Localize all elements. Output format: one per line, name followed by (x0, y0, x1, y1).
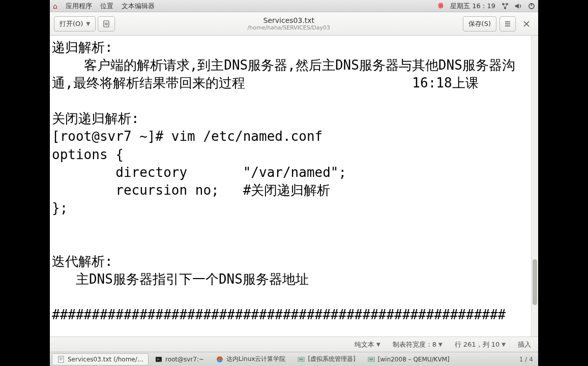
open-button[interactable]: 打开(O) ▼ (54, 16, 96, 32)
svg-rect-22 (369, 358, 373, 360)
open-button-label: 打开(O) (60, 19, 83, 28)
activities-icon[interactable]: ⌂ (53, 2, 57, 10)
chevron-down-icon: ▼ (438, 342, 443, 347)
tab-width-selector[interactable]: 制表符宽度：8 ▼ (393, 340, 443, 349)
terminal-icon: >_ (155, 356, 162, 363)
vm-icon (368, 356, 375, 363)
close-icon (523, 21, 530, 27)
desktop-taskbar: Services03.txt (/home/… >_ root@svr7:~ 达… (50, 352, 538, 366)
taskbar-item-vm-win2008[interactable]: [win2008 – QEMU/KVM] (362, 353, 455, 365)
syntax-mode-label: 纯文本 (355, 340, 374, 349)
firefox-icon (216, 356, 223, 363)
status-bar: 纯文本 ▼ 制表符宽度：8 ▼ 行 261，列 10 ▼ 插入 (50, 337, 538, 352)
workspace-switcher[interactable]: 1 / 4 (516, 356, 536, 363)
desktop-screen: ⌂ 应用程序 位置 文本编辑器 ֎ 星期五 16 : 19 打开(O) ▼ (50, 0, 538, 366)
document-icon (102, 20, 110, 28)
taskbar-item-label: root@svr7:~ (165, 356, 204, 363)
chevron-down-icon: ▼ (502, 342, 506, 347)
update-icon[interactable]: ֎ (437, 2, 444, 10)
new-document-button[interactable] (98, 16, 115, 32)
close-button[interactable] (519, 16, 534, 32)
power-icon[interactable] (528, 3, 535, 10)
window-title: Services03.txt (118, 16, 460, 24)
hamburger-icon (504, 20, 511, 27)
svg-point-6 (105, 23, 107, 25)
taskbar-item-browser[interactable]: 达内Linux云计算学院 (211, 353, 291, 365)
active-app-name[interactable]: 文本编辑器 (122, 2, 155, 11)
workspace-total: 4 (529, 356, 533, 363)
letterbox-left (0, 0, 50, 366)
taskbar-item-terminal[interactable]: >_ root@svr7:~ (150, 353, 210, 365)
editor-area: 递归解析: 客户端的解析请求,到主DNS服务器,然后主DNS服务器与其他DNS服… (50, 36, 538, 337)
taskbar-item-label: Services03.txt (/home/… (68, 356, 143, 363)
syntax-mode-selector[interactable]: 纯文本 ▼ (355, 340, 380, 349)
desktop-topbar: ⌂ 应用程序 位置 文本编辑器 ֎ 星期五 16 : 19 (50, 0, 538, 12)
workspace-sep: / (525, 356, 527, 363)
taskbar-item-gedit[interactable]: Services03.txt (/home/… (52, 353, 149, 365)
cursor-position-label: 行 261，列 10 (455, 340, 500, 349)
save-button[interactable]: 保存(S) (463, 16, 496, 32)
hamburger-menu-button[interactable] (499, 16, 516, 32)
taskbar-item-label: 达内Linux云计算学院 (226, 355, 285, 363)
workspace-current: 1 (519, 356, 523, 363)
menu-applications[interactable]: 应用程序 (66, 2, 92, 11)
cursor-position-selector[interactable]: 行 261，列 10 ▼ (455, 340, 506, 349)
letterbox-right (538, 0, 588, 366)
scrollbar-thumb[interactable] (533, 259, 537, 305)
svg-rect-12 (58, 356, 64, 362)
vm-icon (298, 356, 305, 363)
volume-icon[interactable] (515, 3, 522, 10)
network-icon[interactable] (502, 3, 509, 10)
svg-text:>_: >_ (157, 357, 162, 361)
svg-rect-5 (104, 21, 109, 27)
clock-label[interactable]: 星期五 16 : 19 (450, 2, 495, 11)
insert-mode-label: 插入 (518, 340, 531, 349)
window-headerbar: 打开(O) ▼ Services03.txt /home/haha/SERVIC… (50, 12, 538, 36)
window-subtitle: /home/haha/SERVICES/Day03 (118, 24, 460, 31)
taskbar-item-label: [win2008 – QEMU/KVM] (378, 356, 450, 363)
text-editor[interactable]: 递归解析: 客户端的解析请求,到主DNS服务器,然后主DNS服务器与其他DNS服… (50, 36, 531, 337)
tab-width-label: 制表符宽度：8 (393, 340, 436, 349)
vertical-scrollbar[interactable] (531, 36, 538, 337)
taskbar-item-virtmanager[interactable]: [虚拟系统管理器] (292, 353, 361, 365)
chevron-down-icon: ▼ (86, 21, 90, 26)
chevron-down-icon: ▼ (376, 342, 380, 347)
svg-rect-20 (299, 358, 303, 360)
taskbar-item-label: [虚拟系统管理器] (308, 355, 355, 363)
menu-places[interactable]: 位置 (100, 2, 113, 11)
gedit-icon (57, 356, 65, 363)
